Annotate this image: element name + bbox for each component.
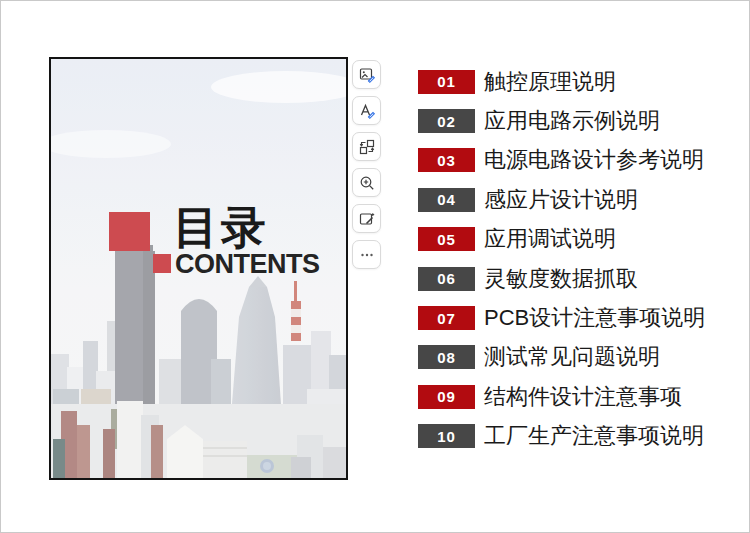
zoom-in-button[interactable]	[352, 168, 381, 197]
subtitle-red-square	[153, 254, 171, 273]
toc-label: 结构件设计注意事项	[484, 386, 682, 408]
toc-label: 感应片设计说明	[484, 189, 638, 211]
toc-number-badge: 04	[418, 188, 475, 212]
toc-item[interactable]: 02 应用电路示例说明	[418, 101, 705, 140]
toc-item[interactable]: 04 感应片设计说明	[418, 180, 705, 219]
toc-label: 触控原理说明	[484, 71, 616, 93]
edit-text-icon	[358, 102, 376, 120]
toc-number-badge: 07	[418, 306, 475, 330]
toc-number-badge: 06	[418, 267, 475, 291]
toc-label: 应用电路示例说明	[484, 110, 660, 132]
more-button[interactable]	[352, 240, 381, 269]
toc-number-badge: 09	[418, 385, 475, 409]
toc-item[interactable]: 10 工厂生产注意事项说明	[418, 417, 705, 456]
toc-item[interactable]: 07 PCB设计注意事项说明	[418, 298, 705, 337]
smart-select-button[interactable]	[352, 204, 381, 233]
toc-label: 工厂生产注意事项说明	[484, 425, 704, 447]
title-chinese[interactable]: 目录	[173, 205, 269, 250]
toc-number-badge: 03	[418, 148, 475, 172]
toc-label: 电源电路设计参考说明	[484, 149, 704, 171]
toc-item[interactable]: 01 触控原理说明	[418, 62, 705, 101]
toc-number-badge: 01	[418, 70, 475, 94]
zoom-in-icon	[358, 174, 376, 192]
toc-number-badge: 08	[418, 345, 475, 369]
slide-canvas: 目录 CONTENTS	[0, 0, 750, 533]
toc-number-badge: 02	[418, 109, 475, 133]
swap-position-icon	[358, 138, 376, 156]
title-english[interactable]: CONTENTS	[175, 251, 320, 278]
more-icon	[358, 246, 376, 264]
toc-label: 测试常见问题说明	[484, 346, 660, 368]
replace-picture-button[interactable]	[352, 60, 381, 89]
toc-item[interactable]: 06 灵敏度数据抓取	[418, 259, 705, 298]
title-red-square	[109, 212, 150, 251]
toc-number-badge: 05	[418, 227, 475, 251]
toc-label: 应用调试说明	[484, 228, 616, 250]
toc-label: PCB设计注意事项说明	[484, 307, 705, 329]
swap-position-button[interactable]	[352, 132, 381, 161]
edit-text-button[interactable]	[352, 96, 381, 125]
replace-picture-icon	[358, 66, 376, 84]
toc-item[interactable]: 08 测试常见问题说明	[418, 338, 705, 377]
toc-item[interactable]: 05 应用调试说明	[418, 220, 705, 259]
smart-select-icon	[358, 210, 376, 228]
toc-label: 灵敏度数据抓取	[484, 268, 638, 290]
toc-number-badge: 10	[418, 424, 475, 448]
toc-item[interactable]: 03 电源电路设计参考说明	[418, 141, 705, 180]
floating-toolbar	[352, 60, 381, 269]
toc-item[interactable]: 09 结构件设计注意事项	[418, 377, 705, 416]
toc-list: 01 触控原理说明 02 应用电路示例说明 03 电源电路设计参考说明 04 感…	[418, 62, 705, 456]
